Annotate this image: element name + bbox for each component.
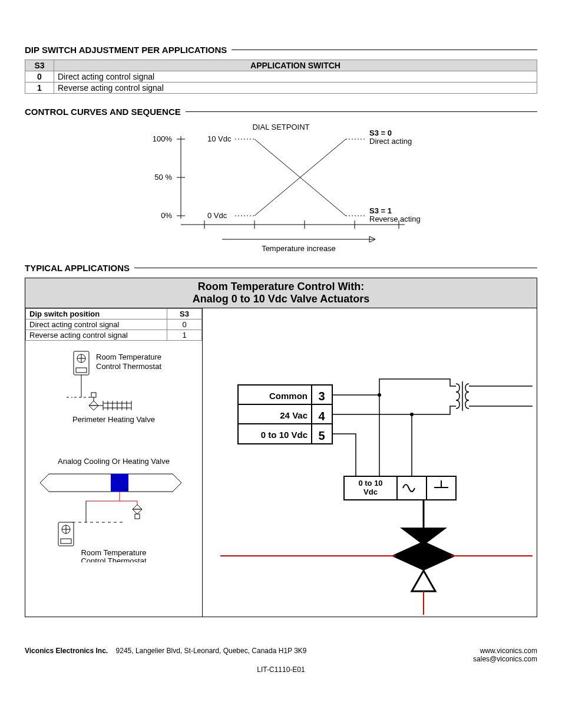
heading-rule: [232, 50, 537, 50]
s3-0-l2: Direct acting: [369, 137, 412, 146]
term-common: Common: [269, 391, 308, 401]
heading-typical-text: TYPICAL APPLICATIONS: [25, 263, 130, 273]
term-5: 5: [318, 429, 325, 442]
mini-dip-table: Dip switch position S3 Direct acting con…: [25, 308, 202, 341]
footer-web: www.viconics.com: [473, 647, 537, 655]
therm2-l2: Control Thermostat: [81, 556, 146, 562]
analog-valve-diagram: Room Temperature Control Thermostat: [37, 468, 190, 562]
mini-hdr-pos: Dip switch position: [26, 309, 167, 319]
application-right-column: Common 24 Vac 0 to 10 Vdc 3 4 5: [203, 308, 537, 617]
term-3: 3: [318, 390, 325, 403]
analog-valve-label: Analog Cooling Or Heating Valve: [29, 457, 199, 466]
act-label-l2: Vdc: [363, 487, 378, 496]
footer-email: sales@viconics.com: [473, 655, 537, 663]
page-footer: Viconics Electronics Inc. 9245, Langelie…: [25, 647, 537, 674]
mini-r1-pos: Reverse acting control signal: [26, 330, 167, 341]
svg-rect-45: [135, 514, 140, 519]
dip-row0-s3: 0: [25, 71, 54, 83]
footer-right: www.viconics.com sales@viconics.com: [473, 647, 537, 663]
footer-address: 9245, Langelier Blvd, St-Leonard, Quebec…: [116, 647, 307, 655]
therm2-l1: Room Temperature: [81, 548, 146, 557]
v-label-top: 10 Vdc: [207, 134, 232, 143]
act-label-l1: 0 to 10: [358, 479, 382, 487]
v-label-bottom: 0 Vdc: [207, 211, 227, 220]
footer-company: Viconics Electronics Inc.: [25, 647, 108, 655]
valve-icon: [391, 500, 456, 591]
mini-r1-s3: 1: [167, 330, 202, 341]
footer-left: Viconics Electronics Inc. 9245, Langelie…: [25, 647, 307, 663]
dip-row0-desc: Direct acting control signal: [54, 71, 537, 83]
y-tick-0: 0%: [161, 211, 172, 220]
therm-label-l1: Room Temperature: [96, 353, 161, 361]
table-row: 0 Direct acting control signal: [25, 71, 537, 83]
svg-rect-26: [91, 393, 96, 397]
svg-marker-72: [412, 571, 435, 591]
dip-row1-desc: Reverse acting control signal: [54, 83, 537, 94]
svg-marker-71: [424, 541, 456, 571]
heading-rule: [186, 111, 537, 112]
svg-marker-43: [133, 505, 142, 509]
dip-switch-table: S3 APPLICATION SWITCH 0 Direct acting co…: [25, 60, 537, 94]
application-panel: Room Temperature Control With: Analog 0 …: [25, 278, 537, 617]
heading-rule: [134, 268, 537, 268]
perimeter-label: Perimeter Heating Valve: [72, 415, 155, 424]
table-row: Direct acting control signal 0: [26, 319, 202, 330]
y-tick-50: 50 %: [154, 173, 172, 182]
control-curves-chart: DIAL SETPOINT 100% 50 % 0% 10 Vdc 0 Vdc: [25, 121, 537, 257]
svg-marker-70: [391, 541, 424, 571]
y-tick-100: 100%: [153, 134, 173, 143]
app-title-l1: Room Temperature Control With:: [25, 281, 537, 293]
mini-r0-s3: 0: [167, 319, 202, 330]
svg-marker-29: [89, 406, 98, 410]
therm-label-l2: Control Thermostat: [96, 362, 161, 371]
heading-curves: CONTROL CURVES AND SEQUENCE: [25, 107, 537, 117]
application-title: Room Temperature Control With: Analog 0 …: [25, 278, 537, 308]
svg-marker-28: [89, 401, 98, 406]
app-title-l2: Analog 0 to 10 Vdc Valve Actuators: [25, 293, 537, 305]
dip-col-s3: S3: [25, 60, 54, 71]
term-4: 4: [318, 410, 325, 423]
table-row: 1 Reverse acting control signal: [25, 83, 537, 94]
heading-dip-text: DIP SWITCH ADJUSTMENT PER APPLICATIONS: [25, 45, 227, 55]
chart-title: DIAL SETPOINT: [252, 123, 309, 131]
dip-row1-s3: 1: [25, 83, 54, 94]
s3-1-l1: S3 = 1: [369, 206, 392, 215]
svg-marker-44: [133, 509, 142, 514]
table-row: Reverse acting control signal 1: [26, 330, 202, 341]
heading-typical: TYPICAL APPLICATIONS: [25, 263, 537, 273]
application-left-column: Dip switch position S3 Direct acting con…: [25, 308, 203, 617]
heading-dip: DIP SWITCH ADJUSTMENT PER APPLICATIONS: [25, 45, 537, 55]
s3-1-l2: Reverse acting: [369, 215, 421, 223]
perimeter-heating-diagram: Room Temperature Control Thermostat Peri…: [37, 347, 190, 435]
term-010vdc: 0 to 10 Vdc: [261, 430, 308, 440]
s3-0-l1: S3 = 0: [369, 129, 392, 137]
term-24vac: 24 Vac: [280, 410, 308, 420]
x-label: Temperature increase: [262, 244, 336, 253]
footer-lit: LIT-C1110-E01: [25, 666, 537, 674]
dip-col-app: APPLICATION SWITCH: [54, 60, 537, 71]
mini-hdr-s3: S3: [167, 309, 202, 319]
mini-r0-pos: Direct acting control signal: [26, 319, 167, 330]
heading-curves-text: CONTROL CURVES AND SEQUENCE: [25, 107, 181, 117]
